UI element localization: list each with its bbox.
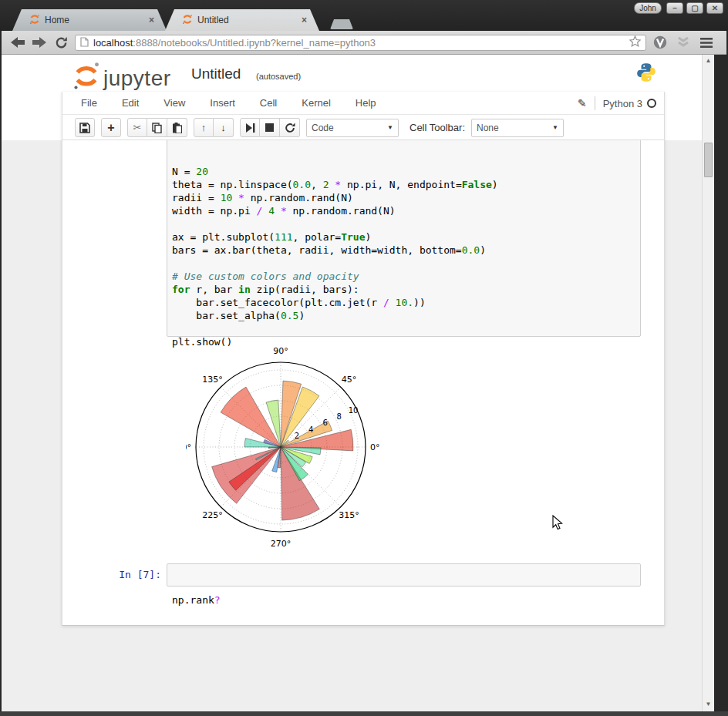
tab-title: Untitled [197,15,302,25]
code-line [172,217,635,230]
in7-lines: np.rank? [172,593,635,607]
chevron-down-icon: ▼ [387,124,393,131]
move-cell-down-button[interactable]: ↓ [214,118,234,137]
code-line: bars = ax.bar(theta, radii, width=width,… [172,244,635,257]
code-line: theta = np.linspace(0.0, 2 * np.pi, N, e… [172,178,635,191]
maximize-button[interactable]: ▢ [686,2,703,14]
page-scrollbar[interactable]: ▲ ▼ [702,55,714,711]
cell-toolbar-select[interactable]: None▼ [471,119,564,137]
reload-button[interactable] [52,34,69,51]
svg-text:2: 2 [295,432,299,440]
menu-cell[interactable]: Cell [260,97,277,109]
svg-text:135°: 135° [202,375,223,385]
code-line: ax = plt.subplot(111, polar=True) [172,230,635,244]
menu-kernel[interactable]: Kernel [302,97,331,109]
menu-file[interactable]: File [81,97,97,109]
copy-cell-button[interactable] [147,118,167,137]
menu-help[interactable]: Help [356,97,376,109]
in7-cell-input[interactable]: np.rank? [167,563,641,587]
window-bottom-border [0,711,728,716]
restart-kernel-button[interactable] [280,118,300,137]
svg-text:225°: 225° [202,510,223,520]
scrollbar-thumb[interactable] [704,143,713,177]
code-line [172,257,635,270]
tab-title: Home [45,15,149,25]
code-line [172,322,635,335]
code-line: bar.set_alpha(0.5) [172,309,635,322]
page-icon [80,36,89,50]
svg-text:0°: 0° [370,442,380,452]
mouse-cursor [552,515,563,534]
svg-text:180°: 180° [186,442,191,452]
window-user-label: John [634,2,662,14]
polar-bar-chart: 0°45°90°135°180°225°270°315°246810 [186,345,380,550]
page-content: jupyter Untitled (autosaved) File Edit V… [2,55,714,711]
svg-text:4: 4 [308,425,313,434]
notebook-cells-area: N = 20theta = np.linspace(0.0, 2 * np.pi… [62,140,664,625]
notebook-title[interactable]: Untitled [191,66,241,82]
add-cell-button[interactable]: + [101,118,121,137]
kernel-status-icon [647,99,656,108]
cut-cell-button[interactable]: ✂ [127,118,147,137]
forward-button[interactable] [31,34,48,51]
browser-window: John – ▢ ✕ Home × Untitled × [0,0,728,716]
code-line: np.rank? [172,593,635,607]
window-titlebar: John – ▢ ✕ Home × Untitled × [0,0,728,31]
save-button[interactable] [75,118,95,137]
edit-mode-pencil-icon: ✎ [578,97,587,109]
code-line: N = 20 [172,165,635,178]
scroll-down-icon[interactable]: ▼ [703,701,714,708]
menu-insert[interactable]: Insert [210,97,235,109]
python-logo [635,62,657,86]
cell-type-select[interactable]: Code▼ [306,119,399,137]
back-button[interactable] [9,34,26,51]
svg-text:6: 6 [322,419,327,427]
extension-v-icon[interactable] [652,34,669,51]
menu-view[interactable]: View [163,97,185,109]
svg-text:45°: 45° [342,375,357,385]
browser-tab-untitled[interactable]: Untitled × [165,9,319,31]
chevron-down-icon: ▼ [552,124,558,131]
notebook-menubar: File Edit View Insert Cell Kernel Help ✎… [62,92,664,115]
jupyter-wordmark: jupyter [103,66,171,91]
url-bar[interactable]: localhost :8888/notebooks/Untitled.ipynb… [75,35,646,51]
menu-edit[interactable]: Edit [122,97,139,109]
code-line: bar.set_facecolor(plt.cm.jet(r / 10.)) [172,296,635,309]
url-path: :8888/notebooks/Untitled.ipynb?kernel_na… [133,37,629,49]
notebook-container: File Edit View Insert Cell Kernel Help ✎… [62,92,665,626]
paste-cell-button[interactable] [167,118,187,137]
cell-prompt: In [7]: [103,569,161,580]
url-host: localhost [93,37,133,49]
notebook-toolbar: + ✂ ↑ ↓ [62,116,664,140]
jupyter-logo[interactable]: jupyter [72,60,171,91]
close-button[interactable]: ✕ [706,2,723,14]
move-cell-up-button[interactable]: ↑ [194,118,214,137]
minimize-button[interactable]: – [666,2,683,14]
svg-text:270°: 270° [271,539,292,549]
tab-close-icon[interactable]: × [149,15,154,25]
interrupt-kernel-button[interactable] [260,118,280,137]
code-line: radii = 10 * np.random.rand(N) [172,191,635,204]
code-cell-lines: N = 20theta = np.linspace(0.0, 2 * np.pi… [172,165,635,348]
jupyter-favicon [182,14,193,27]
browser-tab-home[interactable]: Home × [12,9,167,31]
scroll-up-icon[interactable]: ▲ [703,57,714,64]
code-line: width = np.pi / 4 * np.random.rand(N) [172,204,635,217]
svg-text:8: 8 [337,412,342,421]
svg-text:10: 10 [349,406,359,415]
new-tab-button[interactable] [330,19,353,29]
extension-chevron-icon[interactable] [675,34,692,51]
run-cell-button[interactable] [240,118,260,137]
code-cell-input[interactable]: N = 20theta = np.linspace(0.0, 2 * np.pi… [167,140,641,337]
tab-close-icon[interactable]: × [302,15,307,25]
bookmark-star-icon[interactable] [629,35,641,50]
code-line: # Use custom colors and opacity [172,270,635,283]
kernel-name: Python 3 [603,98,642,109]
jupyter-favicon [29,14,40,27]
cell-toolbar-label: Cell Toolbar: [410,122,465,133]
code-line: for r, bar in zip(radii, bars): [172,283,635,296]
browser-menu-icon[interactable] [698,34,715,51]
svg-text:90°: 90° [273,346,288,356]
svg-text:315°: 315° [339,510,359,520]
jupyter-header: jupyter Untitled (autosaved) [2,55,714,92]
